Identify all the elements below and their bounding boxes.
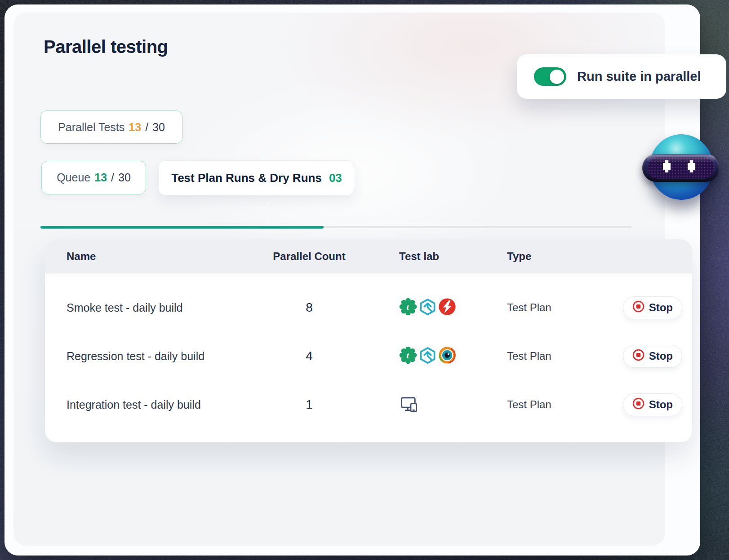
- mascot-visor-icon: [642, 154, 720, 182]
- queue-label: Queue: [57, 171, 90, 184]
- parallel-tests-current: 13: [129, 121, 141, 134]
- mascot-visor-gloss: [647, 155, 715, 163]
- run-name: Smoke test - daily build: [67, 301, 264, 314]
- parallel-count-value: 8: [264, 300, 354, 315]
- robot-mascot: [649, 134, 713, 200]
- stop-icon: [632, 397, 645, 412]
- run-type: Test Plan: [467, 398, 579, 411]
- parallel-tests-badge: Parallel Tests 13 / 30: [40, 110, 182, 144]
- queue-badge: Queue 13 / 30: [41, 161, 146, 194]
- parallel-count-value: 4: [264, 349, 354, 363]
- page-title: Parallel testing: [44, 37, 168, 57]
- queue-total: 30: [118, 171, 131, 184]
- stop-button[interactable]: Stop: [623, 296, 682, 319]
- parallel-tests-total: 30: [152, 121, 165, 134]
- queue-separator: /: [111, 171, 114, 184]
- hexagon-arrow-icon: [419, 298, 436, 317]
- stop-button-label: Stop: [649, 350, 673, 362]
- svg-text:t: t: [406, 302, 409, 312]
- table-body: Smoke test - daily build 8 t Test Plan: [45, 273, 692, 429]
- tab-active-indicator: [40, 226, 324, 229]
- column-header-name: Name: [67, 250, 264, 263]
- stop-icon: [632, 349, 645, 364]
- testsigma-gear-icon: t: [399, 346, 417, 366]
- tab-test-plan-runs-count: 03: [329, 171, 342, 185]
- eye-icon: [438, 346, 456, 366]
- parallel-tests-label: Parallel Tests: [58, 121, 124, 134]
- run-name: Integration test - daily build: [67, 398, 264, 411]
- run-type: Test Plan: [467, 350, 579, 362]
- parallel-runs-table: Name Parallel Count Test lab Type Smoke …: [45, 239, 692, 442]
- run-suite-toggle[interactable]: [534, 67, 566, 86]
- table-row: Smoke test - daily build 8 t Test Plan: [45, 283, 692, 332]
- stop-button[interactable]: Stop: [623, 345, 682, 368]
- devices-icon: [399, 394, 419, 415]
- queue-current: 13: [94, 171, 107, 184]
- test-lab-icons: [354, 394, 467, 415]
- column-header-test-lab: Test lab: [354, 250, 467, 263]
- tab-test-plan-runs[interactable]: Test Plan Runs & Dry Runs 03: [158, 160, 355, 195]
- stop-icon: [632, 300, 645, 315]
- tab-test-plan-runs-label: Test Plan Runs & Dry Runs: [171, 171, 322, 185]
- stop-button-label: Stop: [649, 301, 673, 314]
- parallel-count-value: 1: [264, 397, 354, 412]
- toggle-label: Run suite in parallel: [577, 69, 701, 84]
- table-row: Regression test - daily build 4 t Test P…: [45, 332, 692, 380]
- test-lab-icons: t: [354, 298, 467, 317]
- run-name: Regression test - daily build: [67, 350, 264, 363]
- table-row: Integration test - daily build 1 Test Pl…: [45, 380, 692, 429]
- testsigma-gear-icon: t: [399, 298, 417, 317]
- stop-button-label: Stop: [649, 398, 673, 411]
- stop-button[interactable]: Stop: [623, 393, 682, 416]
- hexagon-arrow-icon: [419, 347, 436, 366]
- test-lab-icons: t: [354, 346, 467, 366]
- tab-track: [40, 226, 631, 228]
- column-header-parallel-count: Parallel Count: [264, 250, 354, 263]
- run-suite-toggle-card: Run suite in parallel: [517, 54, 726, 99]
- toggle-knob-icon: [550, 70, 564, 84]
- saucelabs-bolt-icon: [438, 298, 456, 317]
- parallel-tests-separator: /: [145, 121, 148, 134]
- svg-text:t: t: [406, 351, 409, 360]
- run-type: Test Plan: [467, 301, 579, 314]
- page-background: Parallel testing Run suite in parallel P…: [0, 0, 729, 560]
- table-header-row: Name Parallel Count Test lab Type: [45, 239, 692, 273]
- column-header-type: Type: [467, 250, 579, 263]
